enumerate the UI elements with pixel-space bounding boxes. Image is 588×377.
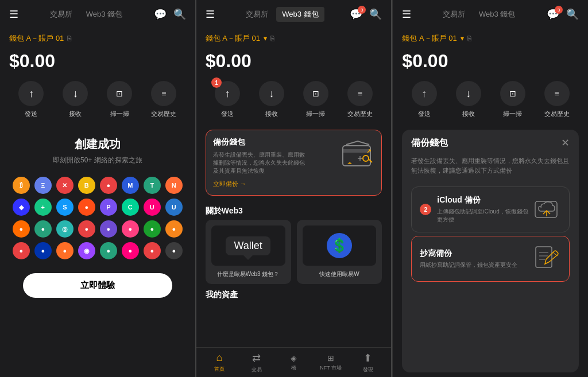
web3-cards: Wallet 什麼是歐易Web3 錢包？ 💲 快速使用歐易W xyxy=(196,220,392,284)
scan-btn-p3[interactable]: ⊡ 掃一掃 xyxy=(490,81,535,118)
search-icon-p3[interactable]: 🔍 xyxy=(566,8,579,21)
send-btn-p1[interactable]: ↑ 發送 xyxy=(9,81,53,118)
bottom-nav-bridge[interactable]: ◈ 橋 xyxy=(275,353,312,372)
bridge-label: 橋 xyxy=(291,364,296,372)
receive-btn-p2[interactable]: ↓ 接收 xyxy=(250,81,294,118)
wallet-label-p1: 錢包 A－賬戶 01 xyxy=(9,33,64,44)
history-btn-p1[interactable]: ≡ 交易歷史 xyxy=(142,81,186,118)
panel-wallet: ☰ 交易所 Web3 錢包 💬 3 🔍 錢包 A－賬戶 01 ▾ ⎘ $0.00… xyxy=(195,0,393,377)
icloud-option-icon xyxy=(533,195,561,224)
crypto-coin-item: S xyxy=(56,199,74,216)
receive-label-p3: 接收 xyxy=(462,110,475,118)
bottom-nav-home[interactable]: ⌂ 首頁 xyxy=(201,352,238,373)
crypto-coin-item: Ξ xyxy=(34,177,52,194)
chat-icon-p3[interactable]: 💬 3 xyxy=(547,8,559,21)
bottom-nav-nft[interactable]: ⊞ NFT 市場 xyxy=(312,353,350,372)
tab-web3-p1[interactable]: Web3 錢包 xyxy=(80,7,128,22)
crypto-coin-item: ● xyxy=(34,242,52,259)
chat-icon-p2[interactable]: 💬 3 xyxy=(350,8,362,21)
discover-label: 發現 xyxy=(363,366,373,374)
send-btn-p2[interactable]: ↑ 1 發送 xyxy=(206,81,250,118)
crypto-coin-item: ◆ xyxy=(13,199,30,216)
chat-badge-p2: 3 xyxy=(358,6,366,14)
receive-btn-p3[interactable]: ↓ 接收 xyxy=(446,81,490,118)
tab-web3-p2[interactable]: Web3 錢包 xyxy=(276,7,324,22)
nav-tabs-p2: 交易所 Web3 錢包 xyxy=(219,7,346,22)
backup-modal-header: 備份錢包 ✕ xyxy=(402,130,579,156)
send-circle-p3: ↑ xyxy=(412,81,437,106)
tab-web3-p3[interactable]: Web3 錢包 xyxy=(473,7,521,22)
panel-backup: ☰ 交易所 Web3 錢包 💬 3 🔍 錢包 A－賬戶 01 ▾ ⎘ $0.00… xyxy=(392,0,588,377)
web3-section-header: 關於Web3 xyxy=(196,200,392,220)
web3-card-text-2: 快速使用歐易W xyxy=(319,270,359,278)
backup-modal-desc: 若發生設備丟失、應用重裝等情況，您將永久失去錢包且無法恢復，建議您通過以下方式備… xyxy=(402,156,579,183)
menu-icon-p2[interactable]: ☰ xyxy=(206,8,215,21)
crypto-coin-item: ● xyxy=(122,220,139,238)
start-button[interactable]: 立即體驗 xyxy=(23,273,172,298)
web3-card-inner-1: Wallet xyxy=(211,226,285,266)
backup-card-content: 備份錢包 若發生設備丟失、應用重裝、應用數據刪除等情況，您將永久失去此錢包及其資… xyxy=(213,137,305,188)
icloud-option-desc: 上傳錢包助記詞至iCloud，恢復錢包更方便 xyxy=(437,208,533,224)
svg-line-9 xyxy=(553,252,558,256)
crypto-coin-item: U xyxy=(144,199,161,216)
tab-exchange-p1[interactable]: 交易所 xyxy=(44,7,78,22)
scan-btn-p2[interactable]: ⊡ 掃一掃 xyxy=(294,81,338,118)
discover-icon: ⬆ xyxy=(363,352,372,364)
crypto-coin-item: ● xyxy=(144,220,161,238)
crypto-coin-item: ● xyxy=(144,242,161,259)
crypto-coin-item: ● xyxy=(165,220,183,238)
close-button[interactable]: ✕ xyxy=(561,137,570,149)
dropdown-icon-p3[interactable]: ▾ xyxy=(461,34,464,42)
bottom-nav-discover[interactable]: ⬆ 發現 xyxy=(350,352,387,374)
crypto-coin-item: ✕ xyxy=(56,177,74,194)
bottom-nav-trade[interactable]: ⇄ 交易 xyxy=(238,352,275,374)
bottom-nav-p2: ⌂ 首頁 ⇄ 交易 ◈ 橋 ⊞ NFT 市場 ⬆ 發現 xyxy=(196,347,392,377)
dropdown-icon-p2[interactable]: ▾ xyxy=(264,34,267,42)
copy-icon-p1[interactable]: ⎘ xyxy=(67,34,71,42)
crypto-coin-item: ● xyxy=(13,242,30,259)
chat-icon-p1[interactable]: 💬 xyxy=(154,8,167,21)
wallet-label-p2: 錢包 A－賬戶 01 xyxy=(206,33,260,44)
search-icon-p1[interactable]: 🔍 xyxy=(173,8,186,21)
tab-exchange-p2[interactable]: 交易所 xyxy=(240,7,274,22)
copy-icon-p3[interactable]: ⎘ xyxy=(467,34,471,42)
home-label: 首頁 xyxy=(214,366,225,373)
backup-card-title: 備份錢包 xyxy=(213,137,305,147)
writedown-backup-option[interactable]: 抄寫備份 用紙抄寫助記詞保管，錢包資產更安全 xyxy=(411,236,570,282)
scan-label-p3: 掃一掃 xyxy=(503,110,522,118)
balance-p2: $0.00 xyxy=(196,48,392,79)
action-buttons-p2: ↑ 1 發送 ↓ 接收 ⊡ 掃一掃 ≡ 交易歷史 xyxy=(196,79,392,125)
scan-btn-p1[interactable]: ⊡ 掃一掃 xyxy=(98,81,142,118)
receive-btn-p1[interactable]: ↓ 接收 xyxy=(53,81,98,118)
history-btn-p2[interactable]: ≡ 交易歷史 xyxy=(338,81,382,118)
backup-card-desc: 若發生設備丟失、應用重裝、應用數據刪除等情況，您將永久失去此錢包及其資產且無法恢… xyxy=(213,151,305,175)
crypto-coin-item: ● xyxy=(78,220,95,238)
nav-icons-p2: 💬 3 🔍 xyxy=(350,8,382,21)
tab-exchange-p3[interactable]: 交易所 xyxy=(437,7,471,22)
send-btn-p3[interactable]: ↑ 發送 xyxy=(402,81,446,118)
crypto-coin-item: ◉ xyxy=(78,242,95,259)
search-icon-p2[interactable]: 🔍 xyxy=(369,8,382,21)
copy-icon-p2[interactable]: ⎘ xyxy=(270,34,274,42)
icloud-option-info: iCloud 備份 上傳錢包助記詞至iCloud，恢復錢包更方便 xyxy=(437,195,533,224)
bridge-icon: ◈ xyxy=(291,353,297,363)
nft-label: NFT 市場 xyxy=(320,364,342,372)
history-label-p3: 交易歷史 xyxy=(544,110,570,118)
scan-circle-p3: ⊡ xyxy=(500,81,525,106)
crypto-coin-item: ● xyxy=(100,220,117,238)
web3-card-2[interactable]: 💲 快速使用歐易W xyxy=(297,220,382,284)
crypto-coin-item: ● xyxy=(122,242,139,259)
backup-card-p2[interactable]: 備份錢包 若發生設備丟失、應用重裝、應用數據刪除等情況，您將永久失去此錢包及其資… xyxy=(206,130,382,196)
menu-icon-p1[interactable]: ☰ xyxy=(9,8,18,21)
menu-icon-p3[interactable]: ☰ xyxy=(402,8,411,21)
web3-card-1[interactable]: Wallet 什麼是歐易Web3 錢包？ xyxy=(206,220,291,284)
crypto-coin-item: U xyxy=(165,199,183,216)
history-btn-p3[interactable]: ≡ 交易歷史 xyxy=(535,81,579,118)
backup-card-link[interactable]: 立即備份 → xyxy=(213,180,305,188)
icloud-backup-option[interactable]: 2 iCloud 備份 上傳錢包助記詞至iCloud，恢復錢包更方便 xyxy=(411,186,570,232)
nav-bar-p3: ☰ 交易所 Web3 錢包 💬 3 🔍 xyxy=(393,0,588,29)
writedown-option-desc: 用紙抄寫助記詞保管，錢包資產更安全 xyxy=(420,261,517,269)
nav-tabs-p3: 交易所 Web3 錢包 xyxy=(416,7,542,22)
panel-success: ☰ 交易所 Web3 錢包 💬 🔍 錢包 A－賬戶 01 ⎘ $0.00 ↑ 發… xyxy=(0,0,195,377)
crypto-coin-item: N xyxy=(165,177,183,194)
